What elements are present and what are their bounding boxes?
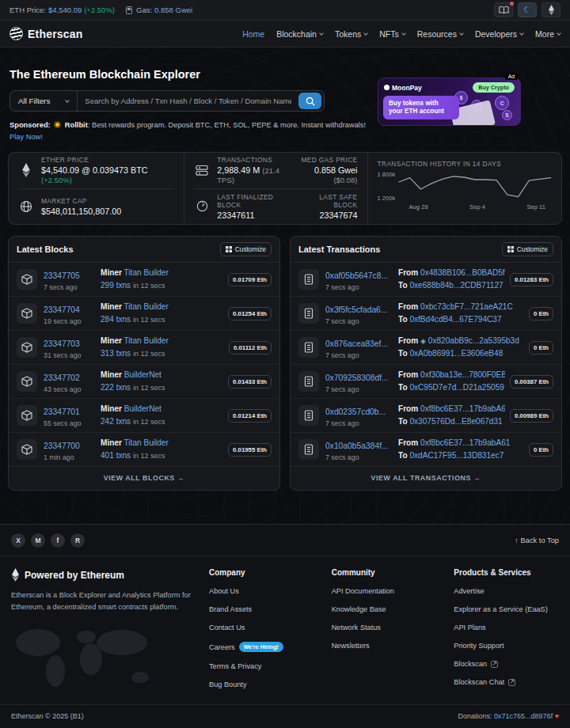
footer-link-terms-privacy[interactable]: Terms & Privacy: [209, 662, 314, 670]
block-number-link[interactable]: 23347702: [44, 373, 80, 382]
sponsored-link[interactable]: Play Now!: [10, 133, 43, 141]
footer-link-blockscan-chat[interactable]: Blockscan Chat↗: [454, 678, 559, 686]
from-address-link[interactable]: 0xbc73cbF7...721aeA21C: [420, 302, 513, 311]
from-address-link[interactable]: 0x820abB9c...2a5395b3d: [428, 336, 519, 345]
to-address-link[interactable]: 0xfBd4cdB4...67E794C37: [409, 315, 501, 324]
network-switch-button[interactable]: [542, 2, 560, 17]
nav-item-home[interactable]: Home: [242, 29, 264, 39]
miner-link[interactable]: BuilderNet: [124, 404, 162, 413]
footer-link-advertise[interactable]: Advertise: [454, 587, 559, 595]
facebook-icon[interactable]: f: [51, 533, 65, 548]
from-address-link[interactable]: 0x4838B106...B0BAD5f97: [420, 268, 505, 277]
block-icon: [17, 439, 37, 460]
twitter-x-icon[interactable]: X: [11, 533, 25, 548]
chevron-down-icon: [459, 31, 464, 36]
footer-link-eaas[interactable]: Explorer as a Service (EaaS): [454, 605, 559, 613]
etherscan-logo[interactable]: Etherscan: [10, 27, 83, 40]
block-reward-badge: 0.01955 Eth: [228, 443, 272, 457]
moonpay-ad-banner[interactable]: MoonPay Buy Crypto $ T C S D Buy tokens …: [378, 78, 521, 126]
from-address-link[interactable]: 0xf30ba13e...7800F0EB0: [420, 370, 505, 379]
eth-price-value[interactable]: $4,540.09: [48, 6, 82, 14]
footer-link-api-documentation[interactable]: API Documentation: [332, 587, 437, 595]
view-all-transactions-link[interactable]: VIEW ALL TRANSACTIONS →: [291, 467, 561, 490]
tx-hash-link[interactable]: 0xaf05b5647c8...: [325, 271, 388, 280]
footer-link-bug-bounty[interactable]: Bug Bounty: [209, 681, 314, 688]
footer-link-knowledge-base[interactable]: Knowledge Base: [332, 605, 437, 613]
tx-hash-link[interactable]: 0xd02357cd0b...: [325, 408, 386, 416]
safe-block-value[interactable]: 23347674: [298, 210, 357, 220]
search-filter-dropdown[interactable]: All Filters: [10, 91, 78, 111]
theme-toggle-button[interactable]: ☾: [518, 2, 537, 17]
to-address-link[interactable]: 0xA0b86991...E3606eB48: [409, 349, 503, 358]
tx-hash-link[interactable]: 0x876acea83ef...: [325, 339, 388, 348]
block-number-link[interactable]: 23347701: [44, 408, 80, 416]
txns-link[interactable]: 242 txns: [101, 417, 131, 426]
footer-link-newsletters[interactable]: Newsletters: [332, 642, 437, 650]
miner-link[interactable]: Titan Builder: [124, 302, 169, 311]
moonpay-ad[interactable]: Ad MoonPay Buy Crypto $ T C S D Buy toke…: [378, 74, 521, 126]
nav-item-blockchain[interactable]: Blockchain: [276, 29, 323, 39]
nav-item-tokens[interactable]: Tokens: [335, 29, 367, 39]
nav-item-resources[interactable]: Resources: [417, 29, 463, 39]
ether-price-label: ETHER PRICE: [41, 156, 174, 164]
back-to-top-button[interactable]: ↑ Back to Top: [515, 537, 559, 544]
footer-link-brand-assets[interactable]: Brand Assets: [209, 605, 314, 613]
search-button[interactable]: [298, 93, 321, 109]
footer-link-blockscan[interactable]: Blockscan↗: [454, 660, 559, 668]
donations-address-link[interactable]: 0x71c765...d8976f: [494, 712, 553, 720]
moon-icon: ☾: [523, 6, 531, 14]
tx-hash-link[interactable]: 0x709258308df...: [325, 373, 389, 382]
search-input[interactable]: [78, 97, 298, 105]
moonpay-brand: MoonPay: [384, 84, 422, 92]
tx-hash-link[interactable]: 0x10a0b5a384f...: [325, 442, 389, 450]
finalized-block-value[interactable]: 23347611: [217, 210, 293, 220]
to-address-link[interactable]: 0xe688b84b...2CDB71127: [409, 281, 503, 290]
to-address-link[interactable]: 0xC95D7e7d...D21a25059: [409, 383, 504, 392]
block-number-link[interactable]: 23347700: [44, 442, 80, 450]
med-gas-value[interactable]: 0.858 Gwei ($0.08): [295, 165, 358, 184]
from-address-link[interactable]: 0xf8bc6E37...17b9abA61: [420, 438, 510, 447]
footer-link-contact-us[interactable]: Contact Us: [209, 624, 314, 631]
reddit-icon[interactable]: R: [70, 533, 85, 548]
txns-link[interactable]: 284 txns: [101, 315, 131, 324]
txns-link[interactable]: 299 txns: [101, 281, 131, 290]
gas-value[interactable]: 0.858 Gwei: [154, 6, 192, 14]
nav-label: NFTs: [379, 29, 399, 39]
block-number-link[interactable]: 23347704: [44, 305, 80, 314]
miner-link[interactable]: Titan Builder: [124, 268, 169, 277]
block-number-link[interactable]: 23347703: [44, 339, 80, 348]
from-address-link[interactable]: 0xf8bc6E37...17b9abA61: [420, 404, 505, 413]
view-all-blocks-link[interactable]: VIEW ALL BLOCKS →: [9, 467, 279, 490]
transactions-value[interactable]: 2,988.49 M (21.4 TPS): [217, 165, 290, 184]
miner-link[interactable]: Titan Builder: [124, 336, 169, 345]
etherscan-logo-icon: [10, 27, 23, 40]
tx-age: 7 secs ago: [325, 419, 398, 427]
from-label: From: [398, 404, 418, 413]
to-address-link[interactable]: 0xdAC17F95...13D831ec7: [409, 451, 504, 460]
heart-icon: ♥: [555, 712, 559, 720]
blocks-customize-button[interactable]: Customize: [220, 242, 272, 256]
nav-item-more[interactable]: More: [535, 29, 560, 39]
nav-item-nfts[interactable]: NFTs: [379, 29, 405, 39]
buy-crypto-button[interactable]: Buy Crypto: [473, 82, 515, 93]
footer-link-api-plans[interactable]: API Plans: [454, 624, 559, 631]
miner-link[interactable]: BuilderNet: [124, 370, 162, 379]
footer-link-careers[interactable]: CareersWe're Hiring!: [209, 642, 314, 652]
transactions-customize-button[interactable]: Customize: [502, 242, 553, 256]
footer-link-network-status[interactable]: Network Status: [332, 624, 437, 631]
footer-link-priority-support[interactable]: Priority Support: [454, 642, 559, 650]
txns-link[interactable]: 401 txns: [101, 451, 131, 460]
block-number-link[interactable]: 23347705: [44, 271, 80, 280]
changelog-button[interactable]: [494, 2, 513, 17]
txns-link[interactable]: 313 txns: [101, 349, 131, 358]
to-address-link[interactable]: 0x307576Dd...E8e067d31: [409, 417, 502, 426]
ether-price-value[interactable]: $4,540.09 @ 0.039473 BTC (+2.50%): [41, 165, 174, 184]
to-label: To: [398, 315, 408, 324]
tx-hash-link[interactable]: 0x3f5fc5cfada6...: [325, 305, 387, 314]
footer-link-about-us[interactable]: About Us: [209, 587, 314, 595]
nav-item-developers[interactable]: Developers: [475, 29, 523, 39]
market-cap-value[interactable]: $548,011,150,807.00: [41, 207, 121, 216]
miner-link[interactable]: Titan Builder: [124, 438, 169, 447]
txns-link[interactable]: 222 txns: [101, 383, 131, 392]
medium-icon[interactable]: M: [31, 533, 45, 548]
